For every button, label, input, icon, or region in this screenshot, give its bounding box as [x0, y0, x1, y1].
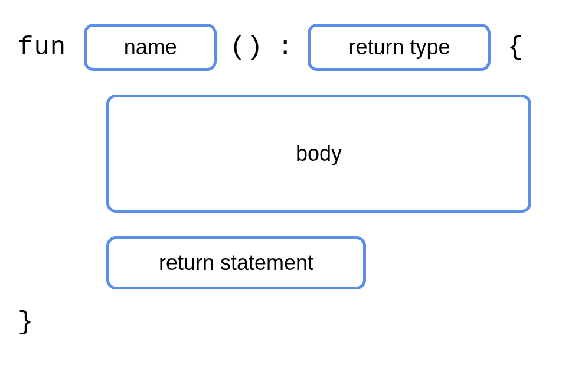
- close-brace-row: }: [18, 307, 570, 337]
- fun-keyword: fun: [18, 32, 71, 62]
- body-row: body: [106, 95, 570, 213]
- function-signature-row: fun name () : return type {: [18, 24, 570, 71]
- return-type-placeholder-label: return type: [348, 35, 450, 60]
- return-type-placeholder-box: return type: [308, 24, 491, 71]
- body-placeholder-label: body: [296, 141, 342, 166]
- name-placeholder-label: name: [124, 35, 177, 60]
- parentheses: (): [230, 32, 264, 62]
- return-statement-row: return statement: [106, 236, 570, 289]
- return-statement-placeholder-box: return statement: [106, 236, 366, 289]
- name-placeholder-box: name: [84, 24, 217, 71]
- return-statement-placeholder-label: return statement: [159, 250, 313, 275]
- close-brace: }: [18, 307, 34, 337]
- body-placeholder-box: body: [106, 95, 531, 213]
- open-brace: {: [504, 32, 523, 62]
- colon: :: [277, 32, 295, 62]
